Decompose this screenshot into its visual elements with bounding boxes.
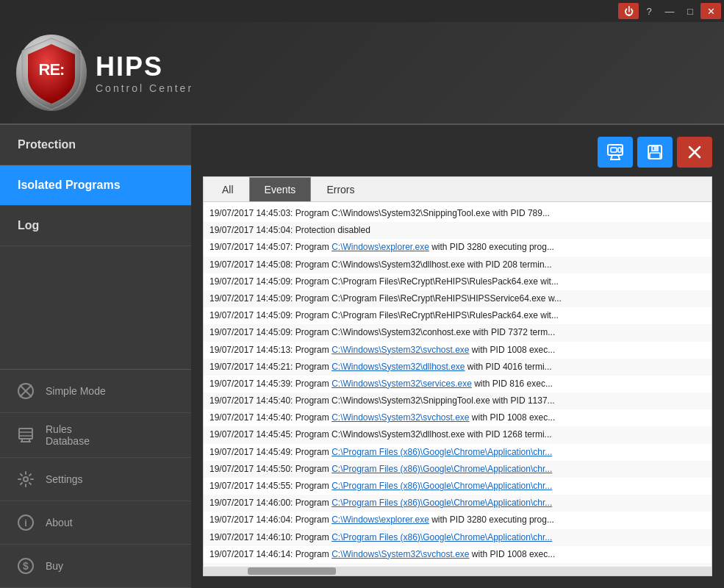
- power-button[interactable]: ⏻: [618, 3, 639, 19]
- nav-item-protection[interactable]: Protection: [0, 125, 191, 165]
- simple-mode-icon: [15, 380, 37, 402]
- svg-rect-18: [618, 148, 621, 152]
- log-link[interactable]: C:\Windows\explorer.exe: [331, 514, 429, 525]
- log-entry: 19/07/2017 14:46:14: Program C:\Windows\…: [204, 546, 712, 563]
- sidebar-item-buy[interactable]: $ Buy: [0, 545, 191, 588]
- tab-errors[interactable]: Errors: [311, 177, 370, 201]
- sidebar-item-rules-database[interactable]: RulesDatabase: [0, 413, 191, 458]
- log-entry: 19/07/2017 14:45:49: Program C:\Program …: [204, 444, 712, 461]
- horizontal-scrollbar[interactable]: [204, 567, 712, 576]
- content-area: All Events Errors 19/07/2017 14:45:03: P…: [191, 125, 724, 588]
- settings-label: Settings: [46, 473, 83, 485]
- about-icon: i: [15, 512, 37, 534]
- log-link[interactable]: C:\Program Files (x86)\Google\Chrome\App…: [331, 447, 552, 457]
- app-name: HIPS: [96, 51, 193, 82]
- maximize-button[interactable]: □: [680, 3, 700, 19]
- log-entry: 19/07/2017 14:45:09: Program C:\Program …: [204, 290, 712, 307]
- settings-icon: [15, 468, 37, 490]
- log-entry: 19/07/2017 14:45:40: Program C:\Windows\…: [204, 392, 712, 409]
- svg-rect-16: [608, 145, 623, 155]
- log-entry: 19/07/2017 14:45:45: Program C:\Windows\…: [204, 426, 712, 443]
- log-entry: 19/07/2017 14:45:09: Program C:\Windows\…: [204, 324, 712, 341]
- help-button[interactable]: ?: [639, 3, 659, 19]
- rules-database-label: RulesDatabase: [46, 423, 90, 447]
- nav-item-isolated-programs[interactable]: Isolated Programs: [0, 165, 191, 206]
- log-entry: 19/07/2017 14:46:10: Program C:\Program …: [204, 529, 712, 546]
- monitor-icon: [607, 144, 623, 160]
- scrollbar-thumb[interactable]: [248, 567, 336, 575]
- log-container: All Events Errors 19/07/2017 14:45:03: P…: [203, 176, 712, 576]
- save-icon: [647, 144, 663, 160]
- svg-rect-24: [650, 153, 660, 159]
- svg-rect-17: [611, 148, 617, 152]
- content-close-button[interactable]: [677, 137, 712, 168]
- log-link[interactable]: C:\Windows\System32\dllhost.exe: [331, 362, 465, 372]
- log-entry: 19/07/2017 14:45:13: Program C:\Windows\…: [204, 342, 712, 359]
- log-entry: 19/07/2017 14:45:55: Program C:\Program …: [204, 478, 712, 495]
- app-title-block: HIPS Control Center: [96, 51, 193, 94]
- log-entry: 19/07/2017 14:45:21: Program C:\Windows\…: [204, 359, 712, 376]
- logo: RE:: [15, 32, 88, 113]
- sidebar-item-about[interactable]: i About: [0, 501, 191, 545]
- minimize-button[interactable]: —: [659, 3, 680, 19]
- log-link[interactable]: C:\Program Files (x86)\Google\Chrome\App…: [331, 532, 552, 542]
- svg-text:$: $: [23, 560, 29, 572]
- sidebar-bottom: Simple Mode RulesDatabase: [0, 369, 191, 588]
- title-bar: ⏻ ? — □ ✕: [0, 0, 724, 22]
- about-label: About: [46, 517, 73, 528]
- log-entry: 19/07/2017 14:45:50: Program C:\Program …: [204, 461, 712, 478]
- simple-mode-label: Simple Mode: [46, 385, 106, 397]
- log-link[interactable]: C:\Program Files (x86)\Google\Chrome\App…: [331, 498, 552, 508]
- rules-database-icon: [15, 424, 37, 446]
- window-close-button[interactable]: ✕: [700, 3, 721, 19]
- log-link[interactable]: C:\Windows\System32\svchost.exe: [331, 345, 469, 355]
- log-entry: 19/07/2017 14:45:07: Program C:\Windows\…: [204, 239, 712, 256]
- log-entry: 19/07/2017 14:45:39: Program C:\Windows\…: [204, 376, 712, 392]
- svg-point-11: [24, 477, 28, 481]
- log-link[interactable]: C:\Windows\System32\svchost.exe: [331, 412, 469, 423]
- log-entry: 19/07/2017 14:45:40: Program C:\Windows\…: [204, 409, 712, 426]
- sidebar: Protection Isolated Programs Log Simple …: [0, 125, 191, 588]
- log-link[interactable]: C:\Windows\System32\svchost.exe: [331, 549, 469, 559]
- log-link[interactable]: C:\Program Files (x86)\Google\Chrome\App…: [331, 464, 552, 474]
- log-entry: 19/07/2017 14:45:03: Program C:\Windows\…: [204, 205, 712, 222]
- tab-all[interactable]: All: [207, 177, 249, 201]
- toolbar: [203, 137, 712, 168]
- monitor-button[interactable]: [598, 137, 633, 168]
- svg-rect-5: [19, 429, 32, 439]
- log-entry: 19/07/2017 14:46:00: Program C:\Program …: [204, 495, 712, 512]
- sidebar-item-simple-mode[interactable]: Simple Mode: [0, 370, 191, 413]
- log-entry: 19/07/2017 14:45:09: Program C:\Program …: [204, 273, 712, 290]
- log-content[interactable]: 19/07/2017 14:45:03: Program C:\Windows\…: [204, 202, 712, 567]
- log-entry: 19/07/2017 14:46:04: Program C:\Windows\…: [204, 512, 712, 528]
- save-button[interactable]: [637, 137, 673, 168]
- svg-text:RE:: RE:: [39, 60, 65, 79]
- log-link[interactable]: C:\Program Files (x86)\Google\Chrome\App…: [331, 481, 552, 491]
- svg-rect-23: [651, 146, 659, 151]
- log-entry: 19/07/2017 14:45:09: Program C:\Program …: [204, 307, 712, 324]
- tab-events[interactable]: Events: [249, 177, 312, 201]
- tab-bar: All Events Errors: [204, 177, 712, 202]
- log-entry: 19/07/2017 14:45:04: Protection disabled: [204, 222, 712, 239]
- main-layout: Protection Isolated Programs Log Simple …: [0, 125, 724, 588]
- sidebar-item-settings[interactable]: Settings: [0, 458, 191, 501]
- app-header: RE: HIPS Control Center: [0, 22, 724, 125]
- log-link[interactable]: C:\Windows\System32\services.exe: [331, 379, 472, 389]
- app-subtitle: Control Center: [96, 82, 193, 94]
- buy-icon: $: [15, 555, 37, 577]
- log-link[interactable]: C:\Windows\explorer.exe: [331, 242, 429, 252]
- buy-label: Buy: [46, 560, 63, 572]
- close-icon: [688, 146, 701, 159]
- svg-text:i: i: [24, 517, 27, 528]
- nav-item-log[interactable]: Log: [0, 206, 191, 246]
- log-entry: 19/07/2017 14:45:08: Program C:\Windows\…: [204, 257, 712, 273]
